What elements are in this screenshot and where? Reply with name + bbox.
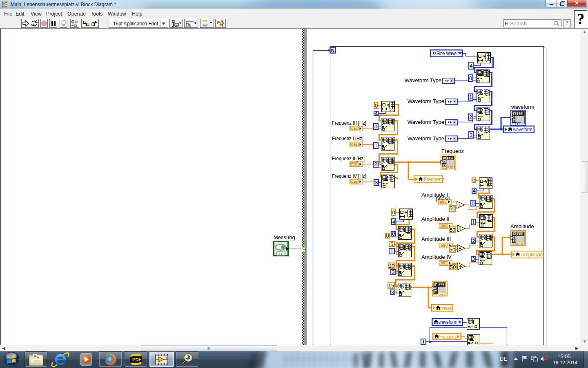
svg-text:Frequenz: Frequenz bbox=[424, 177, 444, 182]
svg-text:i: i bbox=[444, 157, 446, 160]
svg-text:10: 10 bbox=[389, 263, 394, 269]
svg-text:Amplitude III: Amplitude III bbox=[421, 236, 451, 242]
svg-text:k: k bbox=[514, 119, 516, 123]
svg-text:i: i bbox=[423, 339, 424, 344]
svg-text:Waveform Type: Waveform Type bbox=[408, 119, 444, 125]
svg-text:Frequenz I [Hz]: Frequenz I [Hz] bbox=[332, 135, 363, 141]
svg-text:waveform: waveform bbox=[513, 127, 532, 132]
svg-text:j: j bbox=[435, 287, 437, 290]
svg-text:DBL: DBL bbox=[517, 242, 524, 246]
svg-text:j: j bbox=[514, 236, 516, 239]
svg-text:phase: phase bbox=[441, 305, 452, 311]
svg-text:waveform: waveform bbox=[511, 104, 534, 110]
svg-text:1: 1 bbox=[469, 94, 472, 100]
svg-text:1: 1 bbox=[374, 142, 377, 148]
svg-text:2: 2 bbox=[472, 238, 475, 244]
svg-text:0: 0 bbox=[392, 231, 395, 237]
svg-text:50: 50 bbox=[450, 247, 455, 253]
svg-text:Amplitude: Amplitude bbox=[521, 252, 543, 258]
svg-text:Amplitude II: Amplitude II bbox=[421, 216, 450, 222]
svg-text:123: 123 bbox=[517, 112, 524, 116]
svg-text:DBL: DBL bbox=[439, 293, 445, 296]
svg-text:k: k bbox=[514, 240, 516, 243]
svg-text:Frequenz IV [Hz]: Frequenz IV [Hz] bbox=[332, 173, 366, 179]
svg-text:0: 0 bbox=[472, 177, 475, 184]
svg-text:TF: TF bbox=[278, 252, 283, 256]
svg-text:j: j bbox=[444, 160, 446, 164]
svg-text:Frequenz III [Hz]: Frequenz III [Hz] bbox=[332, 120, 366, 126]
svg-text:0: 0 bbox=[392, 209, 395, 215]
svg-text:5: 5 bbox=[390, 241, 393, 247]
svg-text:0: 0 bbox=[472, 200, 474, 206]
svg-text:i: i bbox=[514, 112, 516, 116]
svg-text:50: 50 bbox=[450, 205, 455, 211]
svg-text:Amplitude: Amplitude bbox=[510, 223, 534, 229]
svg-text:PDF: PDF bbox=[132, 357, 142, 363]
svg-text:k: k bbox=[435, 290, 437, 294]
svg-text:Amplitude IV: Amplitude IV bbox=[421, 254, 452, 260]
svg-text:0: 0 bbox=[375, 103, 378, 109]
svg-text:N: N bbox=[331, 48, 334, 53]
svg-text:2: 2 bbox=[469, 114, 472, 120]
svg-text:0: 0 bbox=[386, 233, 389, 239]
svg-text:i: i bbox=[435, 283, 437, 287]
svg-text:3: 3 bbox=[472, 256, 475, 262]
svg-text:2: 2 bbox=[392, 269, 394, 275]
svg-text:2: 2 bbox=[374, 161, 377, 167]
svg-text:50: 50 bbox=[450, 264, 456, 270]
svg-text:Waveform Type: Waveform Type bbox=[408, 98, 444, 104]
svg-text:3: 3 bbox=[470, 132, 472, 138]
svg-text:j: j bbox=[514, 116, 516, 119]
svg-text:1: 1 bbox=[472, 219, 475, 225]
svg-text:3: 3 bbox=[391, 289, 394, 296]
svg-text:4: 4 bbox=[375, 110, 378, 117]
svg-text:Sine Wave: Sine Wave bbox=[437, 50, 457, 56]
svg-text:123: 123 bbox=[448, 156, 454, 160]
svg-text:0: 0 bbox=[374, 123, 377, 130]
svg-text:123: 123 bbox=[439, 283, 445, 287]
svg-text:15: 15 bbox=[388, 283, 394, 289]
svg-text:waveform: waveform bbox=[438, 319, 457, 325]
svg-text:4: 4 bbox=[392, 219, 395, 225]
svg-text:k: k bbox=[444, 164, 446, 167]
svg-text:0: 0 bbox=[469, 75, 472, 81]
svg-text:DBL: DBL bbox=[447, 166, 454, 170]
svg-text:123: 123 bbox=[517, 232, 524, 236]
svg-text:4: 4 bbox=[470, 63, 472, 69]
svg-text:Messung: Messung bbox=[274, 234, 295, 240]
svg-text:Waveform Type: Waveform Type bbox=[405, 77, 441, 83]
svg-text:4: 4 bbox=[472, 188, 475, 194]
svg-text:Frequenz: Frequenz bbox=[441, 148, 464, 154]
svg-text:Frequenz II [Hz]: Frequenz II [Hz] bbox=[332, 155, 365, 162]
svg-text:Frequenz: Frequenz bbox=[439, 334, 457, 340]
svg-text:Waveform Type: Waveform Type bbox=[408, 135, 444, 141]
svg-text:phase: phase bbox=[436, 195, 450, 202]
svg-text:3: 3 bbox=[375, 180, 378, 186]
svg-text:50: 50 bbox=[450, 227, 455, 233]
svg-text:1: 1 bbox=[390, 248, 393, 254]
svg-text:?: ? bbox=[303, 248, 305, 252]
svg-text:i: i bbox=[514, 233, 516, 236]
